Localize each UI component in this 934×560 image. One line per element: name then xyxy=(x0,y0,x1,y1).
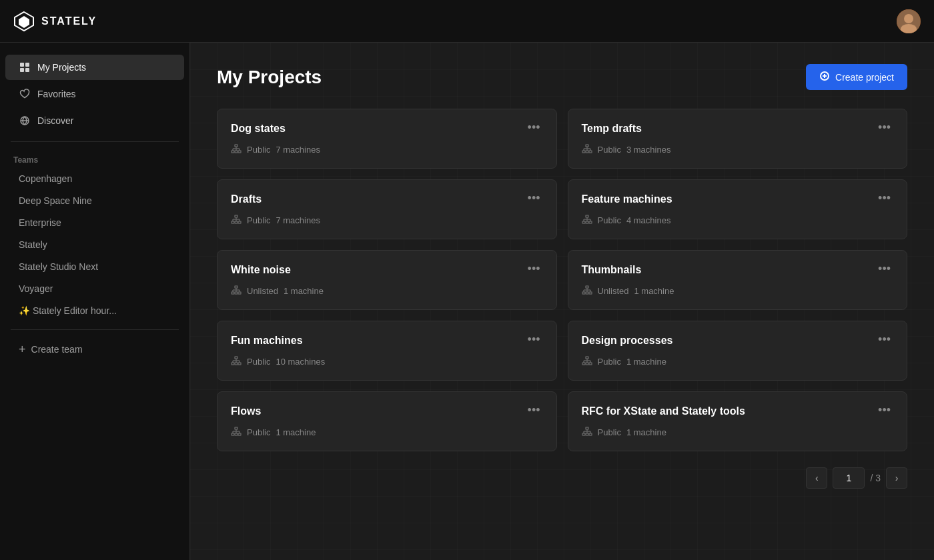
hierarchy-icon xyxy=(582,356,592,367)
hierarchy-icon xyxy=(231,356,242,367)
project-card-top: Design processes ••• xyxy=(582,335,894,356)
sidebar-item-discover[interactable]: Discover xyxy=(5,108,184,133)
project-machines: 1 machine xyxy=(284,286,324,296)
svg-rect-67 xyxy=(235,357,238,359)
project-card-top: Flows ••• xyxy=(231,405,543,427)
svg-rect-15 xyxy=(235,151,238,153)
svg-rect-60 xyxy=(586,292,588,294)
project-more-button[interactable]: ••• xyxy=(525,192,543,204)
sidebar-team-stately-studio-next[interactable]: Stately Studio Next xyxy=(5,256,184,277)
pagination-prev[interactable]: ‹ xyxy=(806,467,827,489)
project-visibility: Public xyxy=(247,357,270,367)
project-card-thumbnails[interactable]: Thumbnails ••• Unlisted 1 machine xyxy=(568,250,908,310)
project-name: Fun machines xyxy=(231,335,303,347)
project-name: Temp drafts xyxy=(582,123,642,135)
project-machines: 4 machines xyxy=(626,215,670,225)
project-meta: Unlisted 1 machine xyxy=(582,285,894,296)
svg-rect-58 xyxy=(586,286,588,288)
project-card-design-processes[interactable]: Design processes ••• Public 1 machine xyxy=(568,321,908,381)
svg-rect-96 xyxy=(586,433,588,435)
pagination-next[interactable]: › xyxy=(886,467,907,489)
svg-rect-79 xyxy=(589,363,592,365)
sidebar-team-copenhagen[interactable]: Copenhagen xyxy=(5,168,184,189)
svg-rect-94 xyxy=(586,427,588,429)
svg-rect-13 xyxy=(235,145,238,147)
svg-rect-41 xyxy=(582,221,585,223)
svg-rect-7 xyxy=(20,68,24,72)
svg-rect-51 xyxy=(235,292,238,294)
stately-logo-icon xyxy=(13,11,35,32)
project-card-fun-machines[interactable]: Fun machines ••• Public 10 machines xyxy=(217,321,557,381)
hierarchy-icon xyxy=(231,427,242,437)
sidebar-team-enterprise[interactable]: Enterprise xyxy=(5,212,184,233)
project-machines: 7 machines xyxy=(276,145,320,155)
project-card-top: White noise ••• xyxy=(231,264,543,285)
sidebar-team-deep-space-nine[interactable]: Deep Space Nine xyxy=(5,190,184,211)
sidebar-divider xyxy=(11,141,179,142)
project-more-button[interactable]: ••• xyxy=(875,263,893,275)
sidebar-team-stately[interactable]: Stately xyxy=(5,234,184,255)
svg-rect-97 xyxy=(589,433,592,435)
sidebar-teams-label: Teams xyxy=(0,150,189,167)
project-meta: Public 7 machines xyxy=(231,144,543,155)
create-team-button[interactable]: + Create team xyxy=(5,338,184,361)
svg-rect-8 xyxy=(25,68,29,72)
project-card-white-noise[interactable]: White noise ••• Unlisted 1 machine xyxy=(217,250,557,310)
project-card-rfc-xstate[interactable]: RFC for XState and Stately tools ••• Pub… xyxy=(568,391,908,451)
project-visibility: Unlisted xyxy=(247,286,278,296)
svg-rect-59 xyxy=(582,292,585,294)
project-machines: 3 machines xyxy=(626,145,670,155)
heart-icon xyxy=(19,88,31,100)
project-more-button[interactable]: ••• xyxy=(875,333,893,345)
content-header: My Projects Create project xyxy=(217,64,907,90)
project-name: Dog states xyxy=(231,123,286,135)
project-visibility: Public xyxy=(598,427,621,437)
project-more-button[interactable]: ••• xyxy=(525,121,543,133)
sidebar-team-voyager[interactable]: Voyager xyxy=(5,278,184,299)
hierarchy-icon xyxy=(582,144,592,155)
project-card-flows[interactable]: Flows ••• Public 1 machine xyxy=(217,391,557,451)
project-more-button[interactable]: ••• xyxy=(525,263,543,275)
svg-rect-52 xyxy=(238,292,241,294)
sidebar: My Projects Favorites Discover Teams Cop… xyxy=(0,43,190,560)
project-more-button[interactable]: ••• xyxy=(875,192,893,204)
project-card-feature-machines[interactable]: Feature machines ••• Public 4 machines xyxy=(568,179,908,239)
project-more-button[interactable]: ••• xyxy=(875,121,893,133)
avatar[interactable] xyxy=(897,9,921,33)
project-more-button[interactable]: ••• xyxy=(875,404,893,416)
sidebar-divider-2 xyxy=(11,329,179,330)
project-card-dog-states[interactable]: Dog states ••• Public 7 machines xyxy=(217,109,557,169)
project-meta: Public 4 machines xyxy=(582,215,894,225)
create-project-button[interactable]: Create project xyxy=(806,64,907,90)
svg-rect-23 xyxy=(582,151,585,153)
logo[interactable]: STATELY xyxy=(13,11,97,32)
svg-rect-42 xyxy=(586,221,588,223)
project-more-button[interactable]: ••• xyxy=(525,404,543,416)
project-meta: Public 1 machine xyxy=(582,356,894,367)
sidebar-item-my-projects[interactable]: My Projects xyxy=(5,55,184,80)
sidebar-item-favorites[interactable]: Favorites xyxy=(5,81,184,107)
svg-rect-77 xyxy=(582,363,585,365)
pagination: ‹ 1 / 3 › xyxy=(217,467,907,489)
svg-rect-50 xyxy=(231,292,234,294)
project-card-drafts[interactable]: Drafts ••• Public 7 machines xyxy=(217,179,557,239)
project-visibility: Public xyxy=(598,357,621,367)
pagination-total: / 3 xyxy=(870,473,881,483)
project-more-button[interactable]: ••• xyxy=(525,333,543,345)
project-machines: 1 machine xyxy=(276,427,316,437)
hierarchy-icon xyxy=(582,215,592,225)
hierarchy-icon xyxy=(582,285,592,296)
page-title: My Projects xyxy=(217,67,322,88)
svg-rect-25 xyxy=(589,151,592,153)
sidebar-team-stately-editor[interactable]: ✨ Stately Editor hour... xyxy=(5,300,184,321)
svg-rect-5 xyxy=(20,63,24,67)
sidebar-discover-label: Discover xyxy=(37,115,73,126)
sidebar-my-projects-label: My Projects xyxy=(37,62,86,73)
project-card-temp-drafts[interactable]: Temp drafts ••• Public 3 machines xyxy=(568,109,908,169)
logo-text: STATELY xyxy=(41,15,97,27)
project-name: Flows xyxy=(231,405,261,417)
svg-rect-33 xyxy=(235,221,238,223)
svg-rect-87 xyxy=(235,433,238,435)
svg-rect-69 xyxy=(235,363,238,365)
svg-rect-88 xyxy=(238,433,241,435)
